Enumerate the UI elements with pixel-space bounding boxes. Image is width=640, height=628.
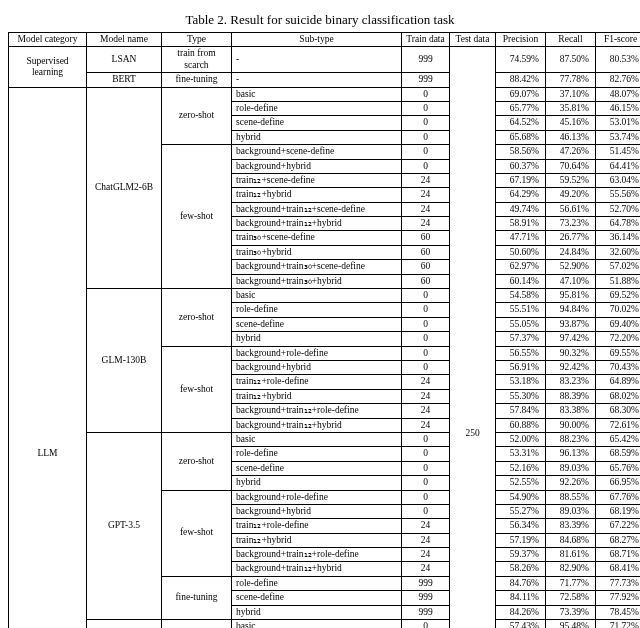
cell-f1: 68.41% bbox=[596, 562, 641, 576]
cell-subtype: hybrid bbox=[232, 332, 402, 346]
cell-precision: 84.76% bbox=[496, 576, 546, 590]
cell-recall: 24.84% bbox=[546, 245, 596, 259]
cell-train: 0 bbox=[402, 360, 450, 374]
cell-train: 0 bbox=[402, 332, 450, 346]
cell-f1: 65.76% bbox=[596, 461, 641, 475]
cell-precision: 53.18% bbox=[496, 375, 546, 389]
cell-subtype: hybrid bbox=[232, 476, 402, 490]
cell-type: zero-shot bbox=[162, 620, 232, 628]
cell-f1: 72.61% bbox=[596, 418, 641, 432]
cell-type: zero-shot bbox=[162, 87, 232, 145]
cell-train: 999 bbox=[402, 576, 450, 590]
cell-f1: 67.76% bbox=[596, 490, 641, 504]
cell-subtype: hybrid bbox=[232, 130, 402, 144]
cell-subtype: background+hybrid bbox=[232, 504, 402, 518]
cell-recall: 88.39% bbox=[546, 389, 596, 403]
cell-train: 24 bbox=[402, 562, 450, 576]
cell-recall: 89.03% bbox=[546, 461, 596, 475]
cell-model: GPT-4 bbox=[87, 620, 162, 628]
cell-f1: 64.41% bbox=[596, 159, 641, 173]
cell-precision: 60.14% bbox=[496, 274, 546, 288]
table-row: GPT-3.5 zero-shot basic052.00%88.23%65.4… bbox=[9, 432, 641, 446]
cell-precision: 62.97% bbox=[496, 260, 546, 274]
cell-recall: 88.55% bbox=[546, 490, 596, 504]
cell-f1: 69.52% bbox=[596, 289, 641, 303]
cell-precision: 52.16% bbox=[496, 461, 546, 475]
cell-type: few-shot bbox=[162, 145, 232, 289]
th-category: Model category bbox=[9, 33, 87, 47]
th-subtype: Sub-type bbox=[232, 33, 402, 47]
cell-recall: 96.13% bbox=[546, 447, 596, 461]
cell-f1: 55.56% bbox=[596, 188, 641, 202]
cell-train: 0 bbox=[402, 432, 450, 446]
cell-recall: 73.23% bbox=[546, 217, 596, 231]
cell-subtype: background+train₁₂+hybrid bbox=[232, 418, 402, 432]
cell-recall: 26.77% bbox=[546, 231, 596, 245]
cell-train: 24 bbox=[402, 389, 450, 403]
cell-precision: 57.84% bbox=[496, 404, 546, 418]
cell-precision: 55.05% bbox=[496, 317, 546, 331]
cell-recall: 93.87% bbox=[546, 317, 596, 331]
cell-f1: 53.74% bbox=[596, 130, 641, 144]
cell-f1: 68.59% bbox=[596, 447, 641, 461]
cell-subtype: scene-define bbox=[232, 116, 402, 130]
cell-train: 24 bbox=[402, 548, 450, 562]
cell-recall: 72.58% bbox=[546, 591, 596, 605]
cell-train: 0 bbox=[402, 461, 450, 475]
cell-train: 24 bbox=[402, 217, 450, 231]
cell-train: 0 bbox=[402, 317, 450, 331]
cell-f1: 77.73% bbox=[596, 576, 641, 590]
cell-subtype: background+hybrid bbox=[232, 159, 402, 173]
cell-subtype: role-define bbox=[232, 576, 402, 590]
cell-subtype: basic bbox=[232, 289, 402, 303]
cell-recall: 70.64% bbox=[546, 159, 596, 173]
cell-f1: 68.27% bbox=[596, 533, 641, 547]
cell-train: 0 bbox=[402, 130, 450, 144]
table-row: Supervised learning LSAN train from scar… bbox=[9, 47, 641, 73]
cell-recall: 45.16% bbox=[546, 116, 596, 130]
cell-category: LLM bbox=[9, 87, 87, 628]
th-precision: Precision bbox=[496, 33, 546, 47]
cell-train: 24 bbox=[402, 202, 450, 216]
cell-f1: 77.92% bbox=[596, 591, 641, 605]
cell-model: GLM-130B bbox=[87, 289, 162, 433]
cell-train: 24 bbox=[402, 173, 450, 187]
cell-precision: 55.30% bbox=[496, 389, 546, 403]
cell-train: 0 bbox=[402, 476, 450, 490]
cell-precision: 53.31% bbox=[496, 447, 546, 461]
cell-precision: 60.37% bbox=[496, 159, 546, 173]
cell-train: 24 bbox=[402, 188, 450, 202]
cell-type: few-shot bbox=[162, 490, 232, 576]
cell-test: 250 bbox=[450, 47, 496, 628]
cell-subtype: - bbox=[232, 73, 402, 87]
cell-recall: 35.81% bbox=[546, 101, 596, 115]
cell-recall: 71.77% bbox=[546, 576, 596, 590]
cell-model: LSAN bbox=[87, 47, 162, 73]
cell-train: 999 bbox=[402, 73, 450, 87]
cell-type: zero-shot bbox=[162, 432, 232, 490]
cell-recall: 88.23% bbox=[546, 432, 596, 446]
cell-f1: 67.22% bbox=[596, 519, 641, 533]
header-row: Model category Model name Type Sub-type … bbox=[9, 33, 641, 47]
cell-train: 0 bbox=[402, 620, 450, 628]
cell-recall: 52.90% bbox=[546, 260, 596, 274]
cell-train: 24 bbox=[402, 418, 450, 432]
cell-recall: 94.84% bbox=[546, 303, 596, 317]
cell-f1: 71.72% bbox=[596, 620, 641, 628]
cell-f1: 68.02% bbox=[596, 389, 641, 403]
cell-precision: 54.90% bbox=[496, 490, 546, 504]
cell-subtype: background+train₃₀+hybrid bbox=[232, 274, 402, 288]
cell-subtype: background+train₁₂+hybrid bbox=[232, 562, 402, 576]
cell-subtype: background+role-define bbox=[232, 490, 402, 504]
cell-train: 0 bbox=[402, 303, 450, 317]
cell-precision: 52.00% bbox=[496, 432, 546, 446]
cell-train: 999 bbox=[402, 47, 450, 73]
cell-recall: 46.13% bbox=[546, 130, 596, 144]
cell-precision: 64.29% bbox=[496, 188, 546, 202]
cell-train: 0 bbox=[402, 346, 450, 360]
cell-train: 24 bbox=[402, 375, 450, 389]
cell-f1: 68.19% bbox=[596, 504, 641, 518]
cell-subtype: background+scene-define bbox=[232, 145, 402, 159]
cell-precision: 74.59% bbox=[496, 47, 546, 73]
cell-precision: 58.26% bbox=[496, 562, 546, 576]
